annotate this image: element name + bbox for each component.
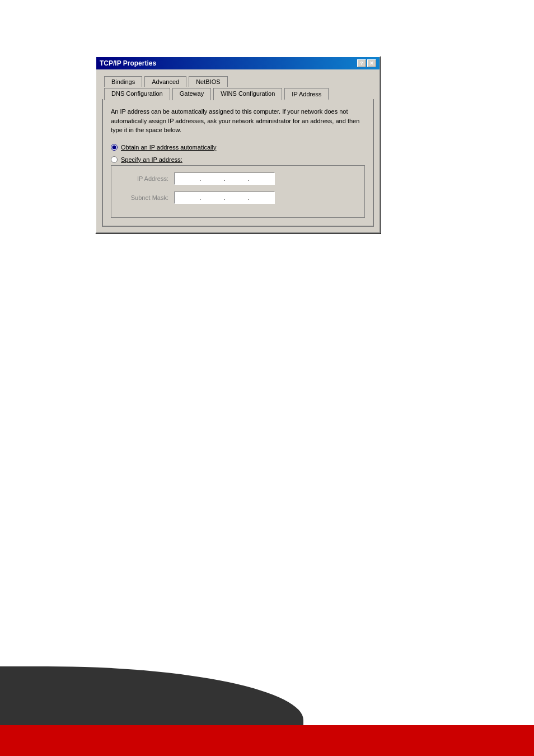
- ip-address-row: IP Address: . . .: [118, 172, 358, 185]
- subnet-mask-row: Subnet Mask: . . .: [118, 192, 358, 204]
- tabs-row-1: Bindings Advanced NetBIOS: [102, 75, 374, 86]
- tcpip-properties-dialog: TCP/IP Properties ? ✕ Bindings Advanced: [95, 56, 381, 234]
- radio-group: Obtain an IP address automatically Speci…: [111, 144, 365, 218]
- bottom-red-bar: [0, 725, 534, 756]
- bottom-decoration: [0, 633, 534, 756]
- tab-netbios[interactable]: NetBIOS: [189, 76, 227, 87]
- dialog-content: Bindings Advanced NetBIOS DNS Configurat…: [96, 69, 380, 232]
- subnet-seg1[interactable]: [177, 194, 199, 201]
- subnet-seg3[interactable]: [226, 194, 248, 201]
- tab-wins[interactable]: WINS Configuration: [213, 88, 282, 100]
- ip-seg2[interactable]: [201, 175, 223, 182]
- tabs-row-2: DNS Configuration Gateway WINS Configura…: [102, 87, 374, 99]
- radio-auto-option: Obtain an IP address automatically: [111, 144, 365, 151]
- tab-gateway[interactable]: Gateway: [172, 88, 211, 100]
- tab-bindings[interactable]: Bindings: [104, 76, 142, 87]
- radio-auto-label: Obtain an IP address automatically: [121, 144, 216, 151]
- ip-seg4[interactable]: [250, 175, 272, 182]
- title-bar: TCP/IP Properties ? ✕: [96, 57, 380, 69]
- dialog-wrapper: TCP/IP Properties ? ✕ Bindings Advanced: [95, 56, 381, 234]
- subnet-mask-label: Subnet Mask:: [118, 194, 168, 201]
- help-button[interactable]: ?: [357, 59, 366, 67]
- ip-seg1[interactable]: [177, 175, 199, 182]
- close-button[interactable]: ✕: [367, 59, 376, 67]
- specify-section-container: Specify an IP address: IP Address: .: [111, 156, 365, 218]
- tab-advanced[interactable]: Advanced: [144, 76, 186, 87]
- radio-specify-option: Specify an IP address:: [111, 156, 365, 163]
- tab-ip-address[interactable]: IP Address: [284, 88, 329, 100]
- subnet-seg4[interactable]: [250, 194, 272, 201]
- description-text: An IP address can be automatically assig…: [111, 107, 365, 135]
- tabs-container: Bindings Advanced NetBIOS DNS Configurat…: [100, 73, 376, 99]
- title-bar-buttons: ? ✕: [357, 59, 376, 67]
- ip-address-input-box: . . .: [174, 172, 275, 185]
- radio-auto-input[interactable]: [111, 144, 118, 151]
- ip-address-label: IP Address:: [118, 175, 168, 182]
- specify-section: IP Address: . . .: [111, 165, 365, 218]
- subnet-mask-input-box: . . .: [174, 192, 275, 204]
- ip-seg3[interactable]: [226, 175, 248, 182]
- radio-specify-label: Specify an IP address:: [121, 156, 182, 163]
- dialog-title: TCP/IP Properties: [100, 59, 156, 67]
- subnet-seg2[interactable]: [201, 194, 223, 201]
- inner-panel: An IP address can be automatically assig…: [102, 99, 374, 227]
- radio-specify-input[interactable]: [111, 156, 118, 163]
- tab-dns[interactable]: DNS Configuration: [104, 88, 170, 100]
